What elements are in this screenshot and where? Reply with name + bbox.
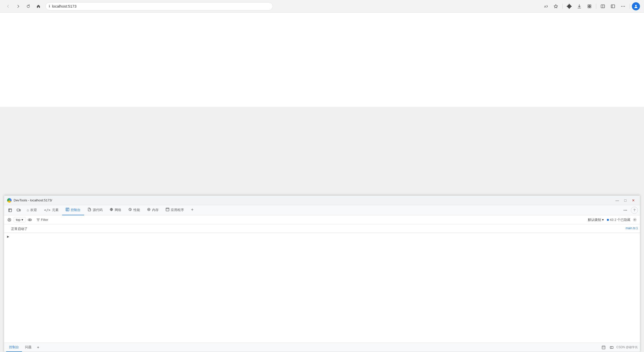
svg-point-7 <box>624 6 625 7</box>
browser-chrome: ℹ localhost:5173 A <box>0 0 644 13</box>
tab-performance[interactable]: 性能 <box>125 205 144 215</box>
svg-rect-10 <box>17 209 19 211</box>
add-panel-button[interactable]: + <box>187 205 197 215</box>
browser-actions: A <box>541 2 640 11</box>
expand-arrow[interactable]: ▶ <box>6 227 10 230</box>
svg-point-25 <box>29 219 30 220</box>
refresh-button[interactable] <box>24 2 32 10</box>
footer-watermark: CSDN @碰学长 <box>616 345 638 349</box>
svg-rect-17 <box>166 208 169 211</box>
console-tab-icon <box>66 208 69 212</box>
context-arrow-icon: ▾ <box>21 218 23 222</box>
footer-tab-issues[interactable]: 问题 <box>22 343 35 352</box>
svg-point-29 <box>634 219 635 220</box>
tab-welcome[interactable]: ⌂ 欢迎 <box>23 205 40 215</box>
home-tab-icon: ⌂ <box>27 208 29 212</box>
sources-tab-icon <box>88 208 91 212</box>
memory-tab-icon <box>147 208 151 212</box>
message-text-startup: 正常启动了 <box>11 226 626 231</box>
inspect-element-button[interactable] <box>6 206 14 214</box>
split-screen-button[interactable] <box>598 2 607 11</box>
divider-1 <box>562 4 563 9</box>
svg-rect-3 <box>611 5 615 8</box>
footer-settings-button[interactable] <box>608 344 615 351</box>
console-settings-button[interactable] <box>631 217 638 223</box>
tab-console[interactable]: 控制台 <box>62 205 84 215</box>
svg-point-19 <box>625 210 626 210</box>
devtools-title: DevTools - localhost:5173/ <box>14 198 52 202</box>
read-aloud-button[interactable]: A <box>541 2 550 11</box>
context-value: top <box>16 218 20 222</box>
svg-point-8 <box>635 5 637 6</box>
clear-console-button[interactable] <box>6 217 13 223</box>
devtools-titlebar: DevTools - localhost:5173/ — □ ✕ <box>4 196 640 205</box>
level-arrow-icon: ▾ <box>602 218 604 222</box>
application-tab-icon <box>166 208 169 212</box>
tab-sources[interactable]: 源代码 <box>84 205 106 215</box>
url-text: localhost:5173 <box>52 4 77 8</box>
lock-icon: ℹ <box>49 4 50 8</box>
divider-2 <box>596 4 596 9</box>
filter-area: Filter <box>34 217 585 222</box>
level-value: 默认级别 <box>588 218 601 222</box>
svg-rect-11 <box>19 209 20 211</box>
sidebar-button[interactable] <box>608 2 617 11</box>
console-toolbar: top ▾ Filter 默认级别 ▾ 43 2 个已隐藏 <box>4 215 640 224</box>
elements-tab-icon: </> <box>44 208 50 212</box>
devtools-window-controls: — □ ✕ <box>614 197 637 204</box>
svg-point-24 <box>28 219 32 221</box>
level-selector[interactable]: 默认级别 ▾ <box>586 217 606 223</box>
hidden-count: 2 个已隐藏 <box>614 218 630 222</box>
forward-button[interactable] <box>14 2 22 10</box>
close-button[interactable]: ✕ <box>630 197 637 204</box>
svg-point-5 <box>621 6 622 7</box>
devtools-help-button[interactable]: ? <box>631 207 638 214</box>
tab-network[interactable]: 网络 <box>106 205 125 215</box>
footer-add-tab-button[interactable]: + <box>35 344 42 351</box>
profile-button[interactable] <box>632 2 640 10</box>
devtools-panel: DevTools - localhost:5173/ — □ ✕ ⌂ 欢迎 </… <box>4 195 640 352</box>
divider-3 <box>630 4 630 9</box>
console-prompt-row: ▶ <box>4 233 640 240</box>
footer-dock-button[interactable] <box>600 344 607 351</box>
prompt-arrow-icon: ▶ <box>6 235 10 238</box>
svg-text:A: A <box>544 5 546 8</box>
favorites-button[interactable] <box>551 2 560 11</box>
count-value: 43 <box>610 218 613 222</box>
message-source-startup[interactable]: main.ts:1 <box>626 226 638 230</box>
page-content <box>0 13 644 107</box>
svg-rect-9 <box>9 209 12 212</box>
tab-application[interactable]: 应用程序 <box>162 205 187 215</box>
back-button[interactable] <box>4 2 12 10</box>
tab-elements[interactable]: </> 元素 <box>40 205 62 215</box>
svg-point-20 <box>626 210 627 210</box>
network-tab-icon <box>110 208 113 212</box>
minimize-button[interactable]: — <box>614 197 621 204</box>
collections-button[interactable] <box>585 2 594 11</box>
eye-button[interactable] <box>27 217 33 223</box>
device-emulation-button[interactable] <box>15 206 23 214</box>
address-bar[interactable]: ℹ localhost:5173 <box>45 2 273 10</box>
console-message-startup: ▶ 正常启动了 main.ts:1 <box>4 225 640 233</box>
maximize-button[interactable]: □ <box>622 197 629 204</box>
browser-more-button[interactable] <box>618 2 628 11</box>
downloads-button[interactable] <box>575 2 584 11</box>
footer-tab-console[interactable]: 控制台 <box>6 343 22 352</box>
svg-point-18 <box>624 210 625 210</box>
devtools-tabs: ⌂ 欢迎 </> 元素 控制台 源代码 <box>23 205 621 215</box>
extensions-button[interactable] <box>565 2 574 11</box>
home-button[interactable] <box>34 2 42 10</box>
devtools-more-button[interactable] <box>621 206 629 214</box>
svg-point-6 <box>623 6 624 7</box>
filter-toggle-button[interactable]: Filter <box>34 217 51 222</box>
devtools-icon <box>7 198 12 203</box>
devtools-footer: 控制台 问题 + CSDN @碰学长 <box>4 343 640 352</box>
svg-rect-30 <box>602 346 605 349</box>
message-count: 43 <box>607 218 613 222</box>
context-selector[interactable]: top ▾ <box>14 217 26 222</box>
filter-label: Filter <box>41 218 48 222</box>
nav-buttons <box>4 2 42 10</box>
console-content: ▶ 正常启动了 main.ts:1 ▶ <box>4 224 640 343</box>
svg-rect-32 <box>610 346 613 348</box>
tab-memory[interactable]: 内存 <box>144 205 162 215</box>
